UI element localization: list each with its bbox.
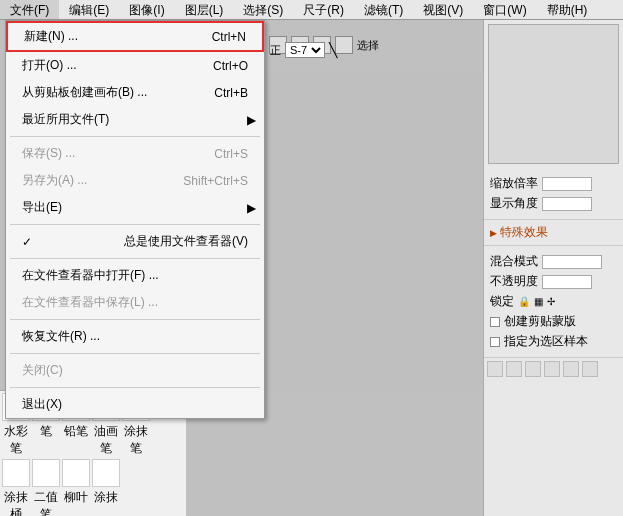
menu-item-label: 在文件查看器中保存(L) ... [22,294,158,311]
menu-item-label: 导出(E) [22,199,62,216]
menu-item-shortcut: Ctrl+B [214,86,248,100]
right-panel: 缩放倍率 显示角度 特殊效果 混合模式 不透明度 锁定 🔒 ▦ ✢ 创建剪贴蒙版 [483,20,623,516]
merge-icon[interactable] [544,361,560,377]
menu-file[interactable]: 文件(F) [0,0,59,19]
menu-item-shortcut: Ctrl+O [213,59,248,73]
menu-ruler[interactable]: 尺子(R) [293,0,354,19]
layer-actions [484,358,623,380]
mask-icon[interactable] [525,361,541,377]
brush-preset[interactable] [62,459,90,487]
angle-label: 显示角度 [490,195,538,212]
brush-label: 涂抹笔 [122,423,150,457]
move-lock-icon[interactable]: ✢ [547,296,555,307]
brush-label: 柳叶 [62,489,90,516]
effects-header[interactable]: 特殊效果 [490,224,617,241]
menu-filter[interactable]: 滤镜(T) [354,0,413,19]
seven-select[interactable]: S-7 [285,42,325,58]
blend-label: 混合模式 [490,253,538,270]
trash-icon[interactable] [582,361,598,377]
menu-item-shortcut: Ctrl+N [212,30,246,44]
new-folder-icon[interactable] [506,361,522,377]
zoom-field[interactable] [542,177,592,191]
menu-view[interactable]: 视图(V) [413,0,473,19]
clip-label: 创建剪贴蒙版 [504,313,576,330]
menu-separator [10,136,260,137]
menu-item-save-viewer: 在文件查看器中保存(L) ... [6,289,264,316]
opacity-label: 不透明度 [490,273,538,290]
menu-item-new[interactable]: 新建(N) ... Ctrl+N [6,21,264,52]
menu-item-label: 退出(X) [22,396,62,413]
select-label: 选择 [357,38,379,53]
menu-select[interactable]: 选择(S) [233,0,293,19]
menu-layer[interactable]: 图层(L) [175,0,234,19]
menu-item-label: 从剪贴板创建画布(B) ... [22,84,147,101]
menu-separator [10,224,260,225]
menu-item-label: 新建(N) ... [24,28,78,45]
menu-item-export[interactable]: 导出(E) ▶ [6,194,264,221]
menu-item-saveas: 另存为(A) ... Shift+Ctrl+S [6,167,264,194]
menu-item-open-viewer[interactable]: 在文件查看器中打开(F) ... [6,262,264,289]
angle-field[interactable] [542,197,592,211]
lock-label: 锁定 [490,293,514,310]
brush-preset[interactable] [32,459,60,487]
menu-item-open[interactable]: 打开(O) ... Ctrl+O [6,52,264,79]
sample-checkbox[interactable] [490,337,500,347]
file-menu-dropdown: 新建(N) ... Ctrl+N 打开(O) ... Ctrl+O 从剪贴板创建… [5,20,265,419]
menu-item-recent[interactable]: 最近所用文件(T) ▶ [6,106,264,133]
checkbox-icon: ✓ [22,235,34,249]
menu-item-label: 总是使用文件查看器(V) [124,233,248,250]
menu-item-label: 在文件查看器中打开(F) ... [22,267,159,284]
zoom-label: 缩放倍率 [490,175,538,192]
menu-item-label: 另存为(A) ... [22,172,87,189]
menu-item-label: 关闭(C) [22,362,63,379]
menu-item-label: 最近所用文件(T) [22,111,109,128]
opacity-field[interactable] [542,275,592,289]
brush-label: 油画笔 [92,423,120,457]
new-layer-icon[interactable] [487,361,503,377]
lock-icon[interactable]: 🔒 [518,296,530,307]
menu-item-label: 恢复文件(R) ... [22,328,100,345]
brush-label: 铅笔 [62,423,90,457]
menu-item-label: 保存(S) ... [22,145,75,162]
menu-image[interactable]: 图像(I) [119,0,174,19]
menu-help[interactable]: 帮助(H) [537,0,598,19]
clip-checkbox[interactable] [490,317,500,327]
blend-select[interactable] [542,255,602,269]
menu-item-shortcut: Shift+Ctrl+S [183,174,248,188]
brush-preset[interactable] [92,459,120,487]
menu-item-close: 关闭(C) [6,357,264,384]
navigator-preview[interactable] [488,24,619,164]
menubar: 文件(F) 编辑(E) 图像(I) 图层(L) 选择(S) 尺子(R) 滤镜(T… [0,0,623,20]
sample-label: 指定为选区样本 [504,333,588,350]
menu-item-save: 保存(S) ... Ctrl+S [6,140,264,167]
menu-item-exit[interactable]: 退出(X) [6,391,264,418]
menu-item-shortcut: Ctrl+S [214,147,248,161]
menu-separator [10,387,260,388]
brush-label: 二值笔 [32,489,60,516]
menu-separator [10,353,260,354]
brush-label: 涂抹 [92,489,120,516]
submenu-arrow-icon: ▶ [247,113,256,127]
menu-separator [10,258,260,259]
pixel-lock-icon[interactable]: ▦ [534,296,543,307]
menu-item-clipboard[interactable]: 从剪贴板创建画布(B) ... Ctrl+B [6,79,264,106]
submenu-arrow-icon: ▶ [247,201,256,215]
menu-item-restore[interactable]: 恢复文件(R) ... [6,323,264,350]
brush-label: 水彩笔 [2,423,30,457]
mode-label: 正 [270,43,281,58]
brush-preset[interactable] [2,459,30,487]
brush-label: 涂抹桶 [2,489,30,516]
menu-window[interactable]: 窗口(W) [473,0,536,19]
clear-icon[interactable] [563,361,579,377]
menu-edit[interactable]: 编辑(E) [59,0,119,19]
menu-item-always-viewer[interactable]: ✓ 总是使用文件查看器(V) [6,228,264,255]
tool-option-icon[interactable] [335,36,353,54]
menu-separator [10,319,260,320]
brush-label: 笔 [32,423,60,457]
line-icon: ╲ [329,42,337,58]
menu-item-label: 打开(O) ... [22,57,77,74]
